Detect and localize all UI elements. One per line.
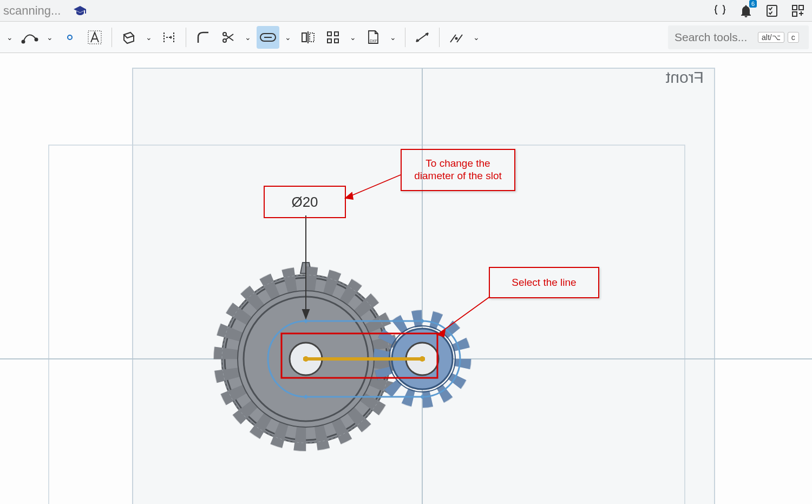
- svg-point-5: [35, 38, 38, 41]
- view-label: Front: [666, 68, 704, 87]
- kbd-hint: c: [788, 32, 799, 43]
- dimension-box[interactable]: Ø20: [264, 186, 346, 218]
- svg-rect-17: [328, 39, 331, 43]
- slot-tool[interactable]: [257, 26, 279, 49]
- pattern-tool[interactable]: [322, 26, 344, 49]
- checklist-icon[interactable]: [764, 3, 780, 18]
- search-tools-input[interactable]: [673, 30, 755, 44]
- status-text: scanning...: [3, 4, 61, 18]
- search-tools[interactable]: alt/⌥ c: [668, 25, 809, 49]
- title-bar: scanning... 6: [0, 0, 812, 22]
- svg-rect-15: [328, 32, 331, 36]
- sketch-canvas[interactable]: Front Ø20 To change the diameter of the …: [0, 53, 812, 504]
- dimension-tool[interactable]: [411, 26, 434, 49]
- plane-tool[interactable]: [117, 26, 140, 49]
- svg-rect-12: [302, 33, 306, 42]
- dxf-import-tool[interactable]: DXF: [362, 26, 384, 49]
- annotation-diameter: To change the diameter of the slot: [401, 149, 515, 191]
- sketch-toolbar: ⌄ ⌄ ⌄ ⌄ ⌄ ⌄ DXF ⌄ ⌄: [0, 22, 812, 53]
- learn-icon[interactable]: [73, 3, 88, 18]
- dropdown-chevron-icon[interactable]: ⌄: [142, 33, 155, 42]
- dropdown-chevron-icon[interactable]: ⌄: [470, 33, 483, 42]
- svg-rect-16: [335, 32, 338, 36]
- dropdown-chevron-icon[interactable]: ⌄: [281, 33, 294, 42]
- svg-rect-24: [133, 68, 715, 504]
- point-tool[interactable]: [58, 26, 81, 49]
- dimension-value: Ø20: [291, 194, 318, 211]
- script-icon[interactable]: [712, 3, 728, 18]
- toolbar-divider: [405, 28, 405, 47]
- constraint-tool[interactable]: [445, 26, 468, 49]
- spline-tool[interactable]: [18, 26, 41, 49]
- svg-point-6: [68, 35, 72, 40]
- offset-tool[interactable]: [158, 26, 180, 49]
- dropdown-chevron-icon[interactable]: ⌄: [241, 33, 254, 42]
- svg-rect-1: [793, 5, 797, 10]
- svg-point-20: [456, 37, 457, 39]
- trim-tool[interactable]: [217, 26, 239, 49]
- svg-text:DXF: DXF: [370, 39, 377, 43]
- toolbar-divider: [112, 28, 112, 47]
- annotation-select-line: Select the line: [489, 267, 599, 298]
- svg-point-41: [420, 356, 425, 362]
- svg-rect-13: [310, 33, 314, 42]
- kbd-hint: alt/⌥: [758, 32, 784, 43]
- apps-icon[interactable]: [790, 3, 806, 18]
- svg-rect-3: [793, 12, 797, 16]
- svg-point-40: [303, 356, 309, 362]
- svg-rect-2: [799, 5, 803, 10]
- notification-badge: 6: [749, 0, 757, 8]
- svg-point-4: [22, 40, 25, 43]
- fillet-tool[interactable]: [192, 26, 214, 49]
- svg-rect-18: [335, 39, 338, 43]
- notifications-icon[interactable]: 6: [738, 3, 754, 18]
- dropdown-chevron-icon[interactable]: ⌄: [43, 33, 56, 42]
- dropdown-chevron-icon[interactable]: ⌄: [3, 33, 16, 42]
- dropdown-chevron-icon[interactable]: ⌄: [387, 33, 400, 42]
- mirror-tool[interactable]: [297, 26, 319, 49]
- dropdown-chevron-icon[interactable]: ⌄: [346, 33, 359, 42]
- toolbar-divider: [439, 28, 440, 47]
- toolbar-divider: [186, 28, 186, 47]
- text-tool[interactable]: [83, 26, 106, 49]
